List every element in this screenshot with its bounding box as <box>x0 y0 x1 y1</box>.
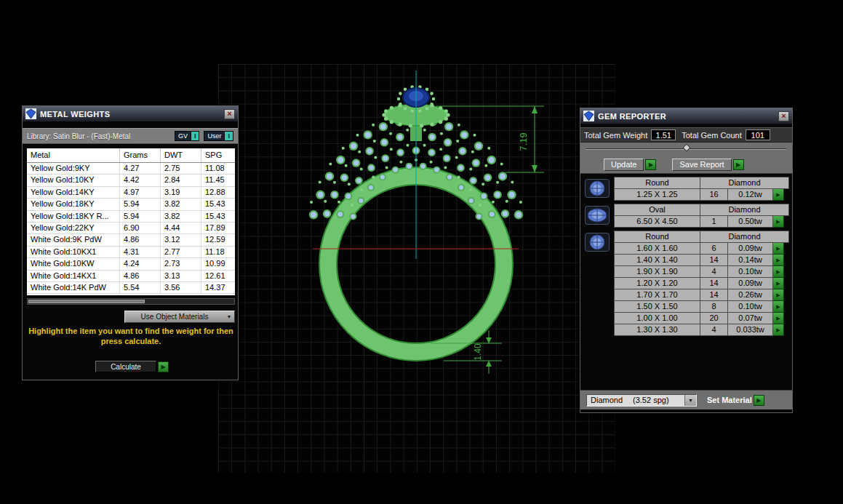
metal-cell-dwt: 2.73 <box>161 258 201 269</box>
slider-thumb[interactable] <box>682 143 690 151</box>
metal-cell-spg: 12.88 <box>201 187 235 198</box>
user-button[interactable]: User I <box>204 131 233 141</box>
metal-cell-spg: 12.61 <box>201 271 235 281</box>
metal-table-row[interactable]: Yellow Gold:10KY4.422.8411.45 <box>27 175 235 186</box>
use-object-materials-dropdown[interactable]: Use Object Materials ▼ <box>124 311 235 323</box>
column-header-grams: Grams <box>120 148 161 162</box>
gem-row-arrow-icon[interactable]: ▶ <box>773 278 784 289</box>
oval-gem-icon[interactable] <box>585 204 614 228</box>
gv-info-icon[interactable]: I <box>191 131 200 141</box>
metal-cell-grams: 4.86 <box>120 271 161 281</box>
metal-cell-spg: 12.59 <box>201 234 235 245</box>
gem-size-row[interactable]: 6.50 X 4.5010.50tw▶ <box>615 216 789 228</box>
metal-weights-title: METAL WEIGHTS <box>40 110 224 119</box>
3d-viewport[interactable]: 7.19 1.40 <box>218 64 615 473</box>
gem-size-row[interactable]: 1.70 X 1.70140.26tw▶ <box>615 289 789 301</box>
metal-table-row[interactable]: White Gold:14KX14.863.1312.61 <box>27 271 235 282</box>
gem-weight-cell: 0.50tw <box>728 216 773 228</box>
gem-row-arrow-icon[interactable]: ▶ <box>773 301 784 313</box>
metal-table-row[interactable]: White Gold:10KX14.312.7711.18 <box>27 247 235 258</box>
total-gem-weight-label: Total Gem Weight <box>584 131 647 140</box>
scrollbar-thumb[interactable] <box>28 300 145 303</box>
metal-table-row[interactable]: Yellow Gold:14KY4.973.1912.88 <box>27 187 235 199</box>
gem-weight-cell: 0.10tw <box>728 266 773 278</box>
metal-cell-grams: 6.90 <box>120 223 161 233</box>
metal-cell-spg: 11.18 <box>201 247 235 257</box>
metal-cell-metal: Yellow Gold:14KY <box>27 187 120 198</box>
gem-reporter-titlebar[interactable]: GEM REPORTER × <box>580 108 792 124</box>
metal-cell-metal: Yellow Gold:10KY <box>27 175 120 185</box>
metal-cell-dwt: 2.75 <box>161 163 201 174</box>
metal-table-row[interactable]: Yellow Gold:9KY4.272.7511.08 <box>27 163 235 175</box>
material-dropdown[interactable]: Diamond (3.52 spg) ▼ <box>586 394 697 407</box>
metal-cell-grams: 5.54 <box>120 282 161 293</box>
gem-row-arrow-icon[interactable]: ▶ <box>773 255 784 266</box>
gem-row-arrow-icon[interactable]: ▶ <box>773 324 784 336</box>
gem-size-cell: 1.40 X 1.40 <box>615 255 700 266</box>
metal-table-row[interactable]: Yellow Gold:18KY5.943.8215.43 <box>27 199 235 210</box>
gem-size-row[interactable]: 1.40 X 1.40140.14tw▶ <box>615 255 789 266</box>
metal-cell-spg: 11.08 <box>201 163 235 174</box>
gem-size-row[interactable]: 1.25 X 1.25160.12tw▶ <box>615 189 789 201</box>
gem-logo-icon <box>583 111 594 121</box>
round-gem-icon[interactable] <box>585 177 614 201</box>
update-arrow-icon[interactable]: ▶ <box>645 159 656 170</box>
metal-weights-table[interactable]: Metal Grams DWT SPG Yellow Gold:9KY4.272… <box>27 148 235 295</box>
total-gem-weight-value: 1.51 <box>651 129 676 140</box>
gem-row-arrow-icon[interactable]: ▶ <box>773 313 784 324</box>
calculate-button[interactable]: Calculate <box>95 361 156 372</box>
gem-size-row[interactable]: 1.60 X 1.6060.09tw▶ <box>615 243 789 255</box>
gem-size-row[interactable]: 1.90 X 1.9040.10tw▶ <box>615 266 789 278</box>
gem-size-row[interactable]: 1.00 X 1.00200.07tw▶ <box>615 313 789 324</box>
gem-row-arrow-icon[interactable]: ▶ <box>773 266 784 278</box>
gv-button[interactable]: GV I <box>175 131 200 141</box>
gem-group-header: OvalDiamond <box>615 204 789 216</box>
gem-size-row[interactable]: 1.20 X 1.20140.09tw▶ <box>615 278 789 289</box>
gem-size-cell: 1.25 X 1.25 <box>615 189 700 201</box>
update-button[interactable]: Update <box>604 159 644 171</box>
horizontal-scrollbar[interactable] <box>27 298 235 305</box>
chevron-down-icon[interactable]: ▼ <box>224 314 234 319</box>
metal-cell-metal: Yellow Gold:18KY R... <box>27 211 120 222</box>
dropdown-value: Use Object Materials <box>125 313 224 321</box>
metal-weights-titlebar[interactable]: METAL WEIGHTS × <box>23 106 238 122</box>
save-report-button[interactable]: Save Report <box>672 159 731 171</box>
calculate-arrow-icon[interactable]: ▶ <box>158 361 169 372</box>
metal-table-row[interactable]: Yellow Gold:22KY6.904.4417.89 <box>27 223 235 234</box>
metal-cell-metal: White Gold:9K PdW <box>27 234 120 245</box>
gem-slider[interactable] <box>580 143 792 156</box>
gem-row-arrow-icon[interactable]: ▶ <box>773 243 784 255</box>
gem-row-arrow-icon[interactable]: ▶ <box>773 216 784 228</box>
material-dropdown-value: Diamond <box>591 396 623 404</box>
metal-cell-grams: 4.24 <box>120 258 161 269</box>
set-material-arrow-icon[interactable]: ▶ <box>754 395 764 406</box>
metal-cell-dwt: 3.82 <box>161 199 201 209</box>
set-material-button[interactable]: Set Material <box>707 396 752 404</box>
gem-group: OvalDiamond6.50 X 4.5010.50tw▶ <box>585 204 789 228</box>
gem-weight-cell: 0.07tw <box>728 313 773 324</box>
user-info-icon[interactable]: I <box>225 131 233 141</box>
metal-cell-metal: Yellow Gold:9KY <box>27 163 120 174</box>
gem-size-cell: 1.30 X 1.30 <box>615 324 700 336</box>
metal-cell-dwt: 3.56 <box>161 282 201 293</box>
metal-table-row[interactable]: White Gold:14K PdW5.543.5614.37 <box>27 282 235 294</box>
gem-row-arrow-icon[interactable]: ▶ <box>773 189 784 201</box>
save-report-arrow-icon[interactable]: ▶ <box>733 159 744 170</box>
metal-table-row[interactable]: White Gold:9K PdW4.863.1212.59 <box>27 234 235 246</box>
calculate-row: Calculate ▶ <box>95 361 169 372</box>
gem-row-arrow-icon[interactable]: ▶ <box>773 289 784 301</box>
gem-count-cell: 14 <box>700 278 728 289</box>
gem-size-row[interactable]: 1.30 X 1.3040.033tw▶ <box>615 324 789 336</box>
close-icon[interactable]: × <box>224 109 235 119</box>
gem-reporter-panel: GEM REPORTER × Total Gem Weight 1.51 Tot… <box>580 108 793 413</box>
metal-table-row[interactable]: White Gold:10KW4.242.7310.99 <box>27 258 235 270</box>
close-icon[interactable]: × <box>778 111 789 121</box>
gem-group: RoundDiamond1.60 X 1.6060.09tw▶1.40 X 1.… <box>585 231 789 336</box>
chevron-down-icon[interactable]: ▼ <box>684 395 696 406</box>
metal-table-row[interactable]: Yellow Gold:18KY R...5.943.8215.43 <box>27 211 235 223</box>
metal-cell-metal: Yellow Gold:22KY <box>27 223 120 233</box>
gem-count-cell: 4 <box>700 266 728 278</box>
round-gem-icon[interactable] <box>585 231 614 336</box>
gem-size-row[interactable]: 1.50 X 1.5080.10tw▶ <box>615 301 789 313</box>
gem-count-cell: 16 <box>700 189 728 201</box>
